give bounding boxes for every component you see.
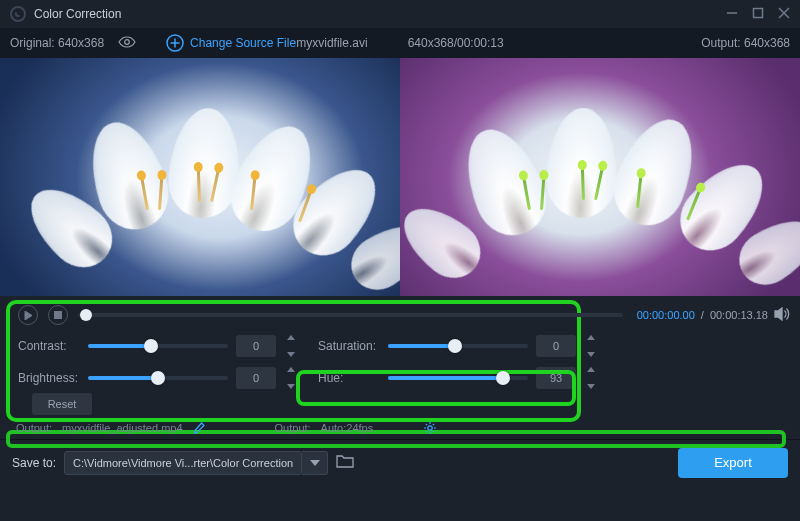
save-path-field[interactable]: C:\Vidmore\Vidmore Vi...rter\Color Corre… (64, 451, 302, 475)
timeline-seek[interactable] (78, 313, 623, 317)
close-button[interactable] (778, 7, 790, 22)
saturation-spinner[interactable] (584, 335, 598, 357)
preview-output (400, 58, 800, 296)
play-button[interactable] (18, 305, 38, 325)
change-source-label: Change Source File (190, 36, 296, 50)
volume-icon[interactable] (774, 307, 790, 323)
contrast-spinner[interactable] (284, 335, 298, 357)
save-to-label: Save to: (12, 456, 56, 470)
hue-value[interactable]: 93 (536, 367, 576, 389)
saturation-value[interactable]: 0 (536, 335, 576, 357)
svg-point-11 (428, 426, 432, 430)
open-folder-button[interactable] (328, 454, 354, 471)
output-size-label: Output: 640x368 (701, 36, 790, 50)
svg-marker-8 (25, 311, 32, 320)
reset-button[interactable]: Reset (32, 393, 92, 415)
contrast-slider[interactable]: Contrast: 0 (18, 335, 298, 357)
brightness-spinner[interactable] (284, 367, 298, 389)
hue-label: Hue: (318, 371, 380, 385)
file-meta: 640x368/00:00:13 (408, 36, 504, 50)
svg-marker-12 (310, 460, 320, 466)
svg-rect-1 (754, 8, 763, 17)
window-title: Color Correction (34, 7, 121, 21)
minimize-button[interactable] (726, 7, 738, 22)
svg-point-4 (125, 39, 130, 44)
brightness-label: Brightness: (18, 371, 80, 385)
hue-slider[interactable]: Hue: 93 (318, 367, 598, 389)
footer: Save to: C:\Vidmore\Vidmore Vi...rter\Co… (0, 439, 800, 485)
file-name: myxvidfile.avi (296, 36, 367, 50)
controls-panel: 00:00:00.00/00:00:13.18 Contrast: 0 Satu… (0, 296, 800, 439)
titlebar: Color Correction (0, 0, 800, 28)
time-total: 00:00:13.18 (710, 309, 768, 321)
stop-button[interactable] (48, 305, 68, 325)
hue-spinner[interactable] (584, 367, 598, 389)
contrast-value[interactable]: 0 (236, 335, 276, 357)
output-file-label: Output: (16, 422, 52, 434)
svg-marker-10 (775, 308, 782, 320)
original-size-label: Original: 640x368 (10, 36, 104, 50)
preview-area (0, 58, 800, 296)
saturation-slider[interactable]: Saturation: 0 (318, 335, 598, 357)
output-format-value: Auto;24fps (321, 422, 374, 434)
save-path-dropdown[interactable] (302, 451, 328, 475)
maximize-button[interactable] (752, 7, 764, 22)
edit-icon[interactable] (193, 422, 205, 434)
info-bar: Original: 640x368 Change Source File myx… (0, 28, 800, 58)
brightness-value[interactable]: 0 (236, 367, 276, 389)
export-button[interactable]: Export (678, 448, 788, 478)
contrast-label: Contrast: (18, 339, 80, 353)
output-format-label: Output: (275, 422, 311, 434)
saturation-label: Saturation: (318, 339, 380, 353)
output-file-name: myxvidfile_adjusted.mp4 (62, 422, 182, 434)
svg-rect-9 (54, 311, 62, 319)
brightness-slider[interactable]: Brightness: 0 (18, 367, 298, 389)
gear-icon[interactable] (423, 421, 437, 435)
preview-original (0, 58, 400, 296)
eye-icon[interactable] (118, 35, 136, 52)
app-icon (10, 6, 26, 22)
change-source-button[interactable]: Change Source File (166, 34, 296, 52)
time-current: 00:00:00.00 (637, 309, 695, 321)
